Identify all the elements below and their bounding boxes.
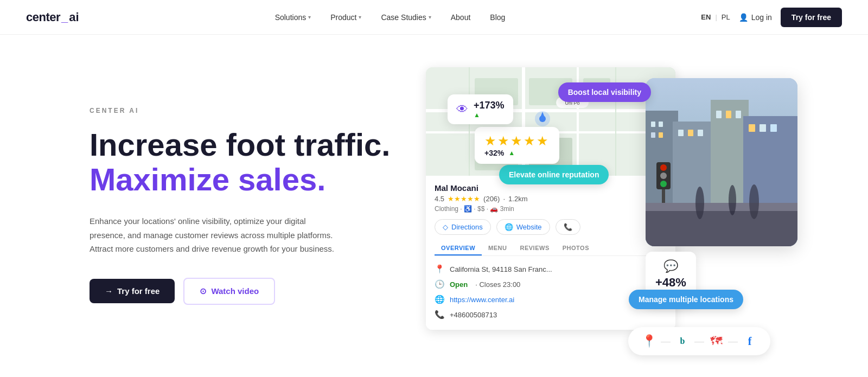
views-value: +173% <box>474 100 505 111</box>
phone-detail: 📞 +48600508713 <box>435 307 667 322</box>
tab-reviews[interactable]: REVIEWS <box>513 241 556 255</box>
nav-blog[interactable]: Blog <box>490 13 505 22</box>
eye-icon: 👁 <box>456 103 468 117</box>
engage-value: +48% <box>655 276 686 290</box>
business-rating-row: 4.5 ★★★★★ (206) · 1.2km <box>435 195 667 203</box>
tab-menu[interactable]: MENU <box>482 241 513 255</box>
business-km: 1.2km <box>508 195 527 203</box>
play-icon: ⊙ <box>200 286 207 296</box>
directions-icon: ◇ <box>443 223 448 231</box>
clock-icon: 🕒 <box>435 279 444 289</box>
lang-pl[interactable]: PL <box>722 13 730 21</box>
street-photo-card <box>646 78 797 246</box>
business-stars: ★★★★★ <box>448 195 480 203</box>
lang-separator: | <box>715 13 717 21</box>
business-name: Mal Mocani <box>435 183 667 193</box>
svg-rect-31 <box>736 111 741 118</box>
rating-change: ▲ <box>508 149 515 157</box>
nav-product[interactable]: Product ▾ <box>330 13 361 22</box>
platform-sep-2: — <box>694 336 704 347</box>
arrow-icon: → <box>105 286 113 296</box>
open-status: Open <box>450 280 468 289</box>
apple-maps-icon: 🗺 <box>706 331 726 351</box>
badge-reputation: Elevate online reputation <box>499 165 609 184</box>
eyebrow-label: CENTER AI <box>90 107 393 114</box>
tab-overview[interactable]: OVERVIEW <box>435 241 482 255</box>
svg-rect-28 <box>698 130 703 136</box>
phone-icon: 📞 <box>564 223 572 231</box>
svg-rect-23 <box>659 122 663 127</box>
logo[interactable]: center _ ai <box>26 10 79 24</box>
navbar: center _ ai Solutions ▾ Product ▾ Case S… <box>0 0 868 35</box>
badge-visibility: Boost local visibility <box>558 82 651 102</box>
lang-en[interactable]: EN <box>701 13 711 21</box>
nav-case-studies[interactable]: Case Studies ▾ <box>381 13 431 22</box>
svg-point-39 <box>749 184 759 219</box>
user-icon: 👤 <box>739 13 748 22</box>
svg-rect-29 <box>716 111 722 118</box>
chevron-down-icon: ▾ <box>308 14 311 20</box>
login-button[interactable]: 👤 Log in <box>739 13 772 22</box>
svg-rect-34 <box>770 124 777 132</box>
web-icon: 🌐 <box>435 295 444 304</box>
bing-icon: b <box>673 331 692 351</box>
rating-card: ★★★★★ +32% ▲ <box>475 127 559 164</box>
address-detail: 📍 California St, 94118 San Franc... <box>435 261 667 277</box>
svg-point-43 <box>660 172 667 179</box>
nav-solutions[interactable]: Solutions ▾ <box>275 13 311 22</box>
location-pin-icon: 📍 <box>435 264 444 274</box>
google-maps-icon: 📍 <box>639 331 659 351</box>
platforms-row: 📍 — b — 🗺 — f <box>628 327 770 355</box>
svg-rect-32 <box>749 124 755 132</box>
hours-detail: 🕒 Open · Closes 23:00 <box>435 277 667 292</box>
headline-purple: Maximize sales. <box>90 162 393 197</box>
svg-rect-26 <box>678 130 684 136</box>
svg-rect-22 <box>651 122 655 127</box>
try-free-nav-button[interactable]: Try for free <box>781 8 842 27</box>
phone-button[interactable]: 📞 <box>556 219 580 235</box>
business-rating-value: 4.5 <box>435 195 444 203</box>
logo-text: center <box>26 10 60 24</box>
svg-rect-27 <box>688 130 693 136</box>
svg-point-44 <box>660 181 667 187</box>
svg-point-37 <box>695 187 704 219</box>
rating-pct: +32% <box>484 149 504 157</box>
hero-buttons: → Try for free ⊙ Watch video <box>90 278 393 305</box>
website-button[interactable]: 🌐 Website <box>496 219 550 235</box>
svg-rect-24 <box>651 132 655 138</box>
logo-underscore: _ <box>61 10 68 24</box>
hero-left: CENTER AI Increase foot traffic. Maximiz… <box>90 107 393 304</box>
chevron-down-icon: ▾ <box>359 14 361 20</box>
svg-point-38 <box>729 185 736 215</box>
globe-icon: 🌐 <box>505 223 513 231</box>
nav-links: Solutions ▾ Product ▾ Case Studies ▾ Abo… <box>275 13 506 22</box>
platform-sep-3: — <box>728 336 738 347</box>
business-category: Clothing · ♿ · $$ · 🚗 3min <box>435 205 667 213</box>
stars-display: ★★★★★ <box>484 133 550 149</box>
facebook-icon: f <box>740 331 760 351</box>
business-reviews: (206) <box>483 195 500 203</box>
svg-rect-33 <box>760 124 766 132</box>
try-free-hero-button[interactable]: → Try for free <box>90 279 175 303</box>
gmap-tabs-row: OVERVIEW MENU REVIEWS PHOTOS <box>435 241 667 256</box>
nav-about[interactable]: About <box>451 13 471 22</box>
views-change: ▲ <box>474 111 505 119</box>
logo-ai: ai <box>69 10 79 24</box>
watch-video-button[interactable]: ⊙ Watch video <box>183 278 275 305</box>
svg-rect-36 <box>646 203 797 211</box>
svg-rect-25 <box>659 132 663 138</box>
chat-icon: 💬 <box>655 259 686 273</box>
headline-black: Increase foot traffic. <box>90 127 393 162</box>
phone-detail-icon: 📞 <box>435 310 444 320</box>
chevron-down-icon: ▾ <box>429 14 431 20</box>
nav-right: EN | PL 👤 Log in Try for free <box>701 8 842 27</box>
business-distance: · <box>503 195 505 203</box>
hero-illustration: Boost local visibility 👁 +173% ▲ ★★★★★ +… <box>393 35 814 377</box>
badge-locations: Manage multiple locations <box>629 290 743 309</box>
gmap-action-buttons: ◇ Directions 🌐 Website 📞 <box>435 219 667 235</box>
directions-button[interactable]: ◇ Directions <box>435 219 491 235</box>
hero-section: CENTER AI Increase foot traffic. Maximiz… <box>0 35 868 377</box>
hero-description: Enhance your locations' online visibilit… <box>90 214 339 256</box>
language-switcher: EN | PL <box>701 13 730 21</box>
tab-photos[interactable]: PHOTOS <box>556 241 596 255</box>
